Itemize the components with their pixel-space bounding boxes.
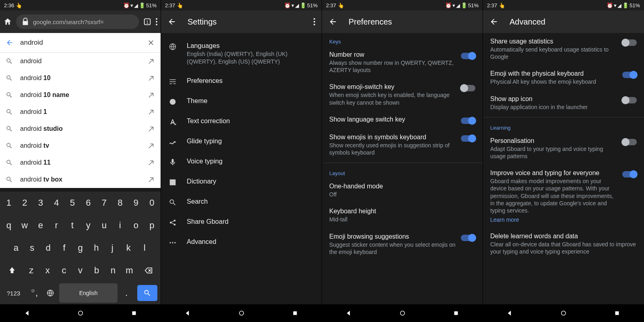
toggle-switch[interactable] [622, 171, 637, 178]
insert-arrow-icon[interactable] [148, 108, 155, 116]
settings-item[interactable]: Search [161, 192, 322, 212]
suggestion-item[interactable]: android tv box [0, 171, 161, 188]
shift-key[interactable] [2, 261, 22, 280]
pref-item[interactable]: Show emoji-switch keyWhen emoji switch k… [322, 78, 483, 111]
pref-item[interactable]: Improve voice and typing for everyoneGbo… [483, 165, 644, 228]
key-n[interactable]: n [105, 261, 120, 280]
pref-item[interactable]: Emoji browsing suggestionsSuggest sticke… [322, 228, 483, 260]
suggestion-item[interactable]: android 10 name [0, 87, 161, 103]
suggestion-item[interactable]: android [0, 53, 161, 70]
key-d[interactable]: d [41, 238, 56, 258]
settings-item[interactable]: Text correction [161, 111, 322, 132]
insert-arrow-icon[interactable] [148, 91, 155, 99]
key-b[interactable]: b [89, 261, 104, 280]
key-z[interactable]: z [24, 261, 39, 280]
nav-recent-icon[interactable] [130, 310, 138, 317]
back-icon[interactable] [167, 17, 176, 26]
key-t[interactable]: t [65, 216, 80, 235]
settings-item[interactable]: LanguagesEnglish (India) (QWERTY), Engli… [161, 36, 322, 71]
key-0[interactable]: 0 [145, 193, 159, 213]
nav-home-icon[interactable] [238, 310, 245, 317]
nav-home-icon[interactable] [399, 310, 406, 317]
key-i[interactable]: i [113, 216, 128, 235]
key-r[interactable]: r [50, 216, 64, 235]
period-key[interactable]: . [119, 283, 134, 303]
clear-icon[interactable] [147, 39, 155, 47]
language-key[interactable] [43, 283, 58, 303]
key-w[interactable]: w [18, 216, 32, 235]
back-icon[interactable] [489, 17, 498, 26]
insert-arrow-icon[interactable] [148, 74, 155, 82]
key-3[interactable]: 3 [33, 193, 48, 213]
settings-item[interactable]: Share Gboard [161, 212, 322, 232]
key-8[interactable]: 8 [113, 193, 128, 213]
backspace-key[interactable] [138, 261, 159, 280]
url-field[interactable]: google.com/search?sxsrf= [16, 14, 139, 29]
insert-arrow-icon[interactable] [148, 125, 155, 132]
key-c[interactable]: c [57, 261, 72, 280]
insert-arrow-icon[interactable] [148, 142, 155, 149]
settings-item[interactable]: Theme [161, 91, 322, 111]
key-o[interactable]: o [129, 216, 143, 235]
key-j[interactable]: j [105, 238, 120, 258]
nav-recent-icon[interactable] [613, 310, 621, 317]
key-l[interactable]: l [137, 238, 152, 258]
nav-home-icon[interactable] [77, 310, 84, 317]
toggle-switch[interactable] [461, 135, 475, 142]
learn-more-link[interactable]: Learn more [490, 217, 617, 223]
pref-item[interactable]: Emoji with the physical keyboardPhysical… [483, 65, 644, 90]
back-icon[interactable] [328, 17, 337, 26]
search-input[interactable] [19, 38, 141, 47]
key-6[interactable]: 6 [81, 193, 96, 213]
suggestion-item[interactable]: android 1 [0, 103, 161, 120]
nav-back-icon[interactable] [184, 310, 192, 317]
overflow-menu-icon[interactable] [156, 18, 157, 25]
pref-item[interactable]: One-handed modeOff [322, 178, 483, 203]
pref-item[interactable]: Share usage statisticsAutomatically send… [483, 33, 644, 65]
pref-item[interactable]: Show language switch key [322, 111, 483, 129]
key-h[interactable]: h [89, 238, 103, 258]
key-2[interactable]: 2 [18, 193, 32, 213]
insert-arrow-icon[interactable] [148, 176, 155, 183]
nav-back-icon[interactable] [506, 310, 514, 317]
key-v[interactable]: v [73, 261, 88, 280]
key-p[interactable]: p [145, 216, 159, 235]
key-1[interactable]: 1 [2, 193, 16, 213]
emoji-key[interactable]: ☺, [27, 283, 41, 303]
key-x[interactable]: x [40, 261, 55, 280]
nav-recent-icon[interactable] [452, 310, 460, 317]
pref-item[interactable]: Number rowAlways show number row in QWER… [322, 46, 483, 78]
settings-item[interactable]: Voice typing [161, 152, 322, 172]
insert-arrow-icon[interactable] [148, 58, 155, 65]
key-g[interactable]: g [73, 238, 88, 258]
nav-back-icon[interactable] [345, 310, 353, 317]
key-7[interactable]: 7 [97, 193, 111, 213]
settings-item[interactable]: Preferences [161, 71, 322, 91]
toggle-switch[interactable] [461, 85, 475, 91]
pref-item[interactable]: Keyboard heightMid-tall [322, 203, 483, 228]
search-key[interactable] [135, 283, 159, 303]
toggle-switch[interactable] [461, 235, 475, 241]
key-4[interactable]: 4 [50, 193, 64, 213]
symbols-key[interactable]: ?123 [2, 283, 25, 303]
pref-item[interactable]: Show app iconDisplay application icon in… [483, 91, 644, 116]
toggle-switch[interactable] [461, 118, 475, 124]
key-e[interactable]: e [33, 216, 48, 235]
settings-item[interactable]: Advanced [161, 232, 322, 252]
key-y[interactable]: y [81, 216, 96, 235]
nav-recent-icon[interactable] [291, 310, 299, 317]
key-5[interactable]: 5 [65, 193, 80, 213]
key-s[interactable]: s [25, 238, 39, 258]
key-u[interactable]: u [97, 216, 111, 235]
space-key[interactable]: English [59, 283, 118, 303]
suggestion-item[interactable]: android tv [0, 137, 161, 154]
insert-arrow-icon[interactable] [148, 159, 155, 166]
toggle-switch[interactable] [622, 97, 637, 103]
home-icon[interactable] [3, 17, 12, 26]
key-9[interactable]: 9 [129, 193, 143, 213]
nav-back-icon[interactable] [23, 310, 31, 317]
nav-home-icon[interactable] [560, 310, 567, 317]
suggestion-item[interactable]: android studio [0, 120, 161, 137]
back-arrow-icon[interactable] [6, 39, 14, 47]
key-q[interactable]: q [2, 216, 16, 235]
